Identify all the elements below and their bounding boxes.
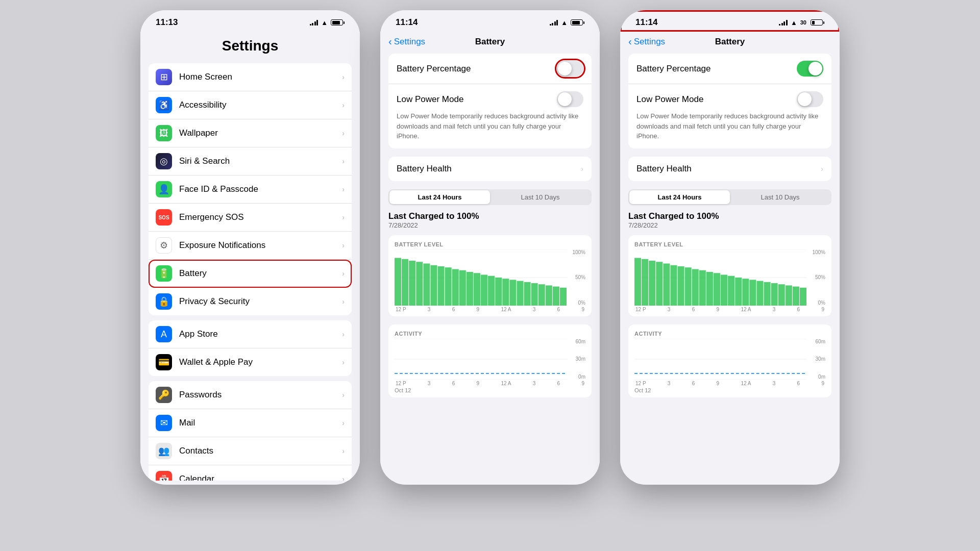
battery-health-row[interactable]: Battery Health › <box>388 157 592 181</box>
x-label-7: 9 <box>821 307 824 312</box>
activity-chart-container: 60m 30m 0m 12 P36912 A369 Oct 12 <box>395 339 585 393</box>
settings-item-contacts[interactable]: 👥 Contacts › <box>149 437 352 465</box>
battery-chart-container: 100% 50% 0% 12 P36912 A369 <box>634 249 825 312</box>
status-bar: 11:14 ▲ <box>380 10 600 32</box>
y-label-0: 0% <box>809 300 825 306</box>
sos-chevron: › <box>342 213 345 221</box>
svg-rect-22 <box>531 283 538 306</box>
svg-rect-19 <box>509 280 516 306</box>
x-label-6: 6 <box>557 307 560 312</box>
time-tab-0[interactable]: Last 24 Hours <box>629 190 730 204</box>
low-power-toggle[interactable] <box>797 91 823 107</box>
settings-item-exposure[interactable]: ⚙ Exposure Notifications › <box>149 232 352 260</box>
activity-x-label-3: 9 <box>717 381 720 386</box>
settings-item-battery[interactable]: 🔋 Battery › <box>149 260 352 288</box>
faceid-label: Face ID & Passcode <box>179 184 342 194</box>
settings-item-mail[interactable]: ✉ Mail › <box>149 409 352 437</box>
back-chevron-icon: ‹ <box>628 36 632 47</box>
time-tab-1[interactable]: Last 10 Days <box>730 190 830 204</box>
battery-level-chart: BATTERY LEVEL 100% 50% 0% <box>388 235 592 316</box>
nav-bar: ‹ Settings Battery <box>380 32 600 54</box>
battery-percentage-toggle[interactable] <box>797 61 823 77</box>
wifi-icon: ▲ <box>561 19 568 27</box>
svg-rect-55 <box>786 285 792 306</box>
status-time: 11:13 <box>156 17 178 28</box>
activity-y-30: 30m <box>809 356 825 362</box>
svg-rect-40 <box>678 266 684 306</box>
settings-item-appstore[interactable]: A App Store › <box>149 320 352 348</box>
settings-item-privacy[interactable]: 🔒 Privacy & Security › <box>149 288 352 315</box>
svg-rect-37 <box>656 262 663 306</box>
y-label-100: 100% <box>569 249 585 255</box>
passwords-chevron: › <box>342 391 345 399</box>
x-label-0: 12 P <box>396 307 406 312</box>
battery-percentage-row: Battery Percentage <box>628 54 831 84</box>
settings-item-home-screen[interactable]: ⊞ Home Screen › <box>149 63 352 91</box>
time-tab-1[interactable]: Last 10 Days <box>490 190 591 204</box>
exposure-chevron: › <box>342 241 345 249</box>
contacts-icon: 👥 <box>156 443 172 459</box>
activity-y-60: 60m <box>569 339 585 344</box>
settings-item-wallpaper[interactable]: 🖼 Wallpaper › <box>149 119 352 147</box>
time-tabs: Last 24 Hours Last 10 Days <box>628 189 831 205</box>
svg-rect-9 <box>438 266 445 306</box>
wallpaper-icon: 🖼 <box>156 125 172 141</box>
svg-rect-7 <box>423 263 430 306</box>
toggle-thumb <box>558 62 572 76</box>
activity-x-labels: 12 P36912 A369 <box>395 381 585 386</box>
svg-rect-53 <box>771 283 778 306</box>
settings-item-wallet[interactable]: 💳 Wallet & Apple Pay › <box>149 348 352 376</box>
low-power-desc: Low Power Mode temporarily reduces backg… <box>397 111 583 141</box>
appstore-icon: A <box>156 326 172 342</box>
svg-rect-5 <box>409 261 415 306</box>
battery-level-chart: BATTERY LEVEL 100% 50% 0% <box>628 235 831 316</box>
settings-item-siri[interactable]: ◎ Siri & Search › <box>149 147 352 176</box>
toggle-thumb <box>808 62 822 76</box>
wifi-icon: ▲ <box>791 19 797 27</box>
battery-health-card[interactable]: Battery Health › <box>388 157 592 181</box>
svg-rect-42 <box>692 269 699 306</box>
battery-health-card[interactable]: Battery Health › <box>628 157 831 181</box>
low-power-toggle[interactable] <box>557 91 583 107</box>
svg-rect-14 <box>474 273 480 306</box>
mail-label: Mail <box>179 418 342 428</box>
activity-x-label-4: 12 A <box>501 381 511 386</box>
exposure-label: Exposure Notifications <box>179 240 342 251</box>
home-screen-label: Home Screen <box>179 72 342 82</box>
activity-x-label-0: 12 P <box>635 381 646 386</box>
wallet-icon: 💳 <box>156 354 172 370</box>
x-label-2: 6 <box>452 307 455 312</box>
settings-item-passwords[interactable]: 🔑 Passwords › <box>149 381 352 409</box>
low-power-thumb <box>798 92 812 106</box>
page-title: Battery <box>475 37 505 47</box>
low-power-desc: Low Power Mode temporarily reduces backg… <box>636 111 823 141</box>
x-label-2: 6 <box>692 307 695 312</box>
activity-x-label-6: 6 <box>797 381 800 386</box>
back-button[interactable]: ‹ Settings <box>388 36 425 47</box>
wallpaper-chevron: › <box>342 129 345 137</box>
battery-health-row[interactable]: Battery Health › <box>628 157 831 181</box>
back-chevron-icon: ‹ <box>388 36 392 47</box>
svg-rect-4 <box>402 259 408 305</box>
activity-chart: ACTIVITY 60m 30m 0m 12 P <box>388 324 592 397</box>
settings-item-faceid[interactable]: 👤 Face ID & Passcode › <box>149 176 352 204</box>
battery-percentage-row: Battery Percentage <box>388 54 592 84</box>
page-title: Battery <box>715 37 745 47</box>
svg-rect-15 <box>481 274 487 306</box>
back-button[interactable]: ‹ Settings <box>628 36 665 47</box>
status-icons: ▲ 30 <box>779 19 824 27</box>
back-label: Settings <box>394 37 425 47</box>
sos-label: Emergency SOS <box>179 212 342 222</box>
mail-chevron: › <box>342 419 345 427</box>
time-tabs: Last 24 Hours Last 10 Days <box>388 189 592 205</box>
time-tab-0[interactable]: Last 24 Hours <box>389 190 490 204</box>
battery-chevron: › <box>342 269 345 278</box>
settings-item-sos[interactable]: SOS Emergency SOS › <box>149 204 352 232</box>
passwords-label: Passwords <box>179 390 342 400</box>
settings-item-accessibility[interactable]: ♿ Accessibility › <box>149 91 352 119</box>
settings-section-2: A App Store › 💳 Wallet & Apple Pay › <box>149 320 352 376</box>
battery-percentage-toggle[interactable] <box>557 61 583 77</box>
svg-rect-18 <box>502 279 509 306</box>
status-time: 11:14 <box>396 17 418 28</box>
settings-item-calendar[interactable]: 📅 Calendar › <box>149 465 352 481</box>
